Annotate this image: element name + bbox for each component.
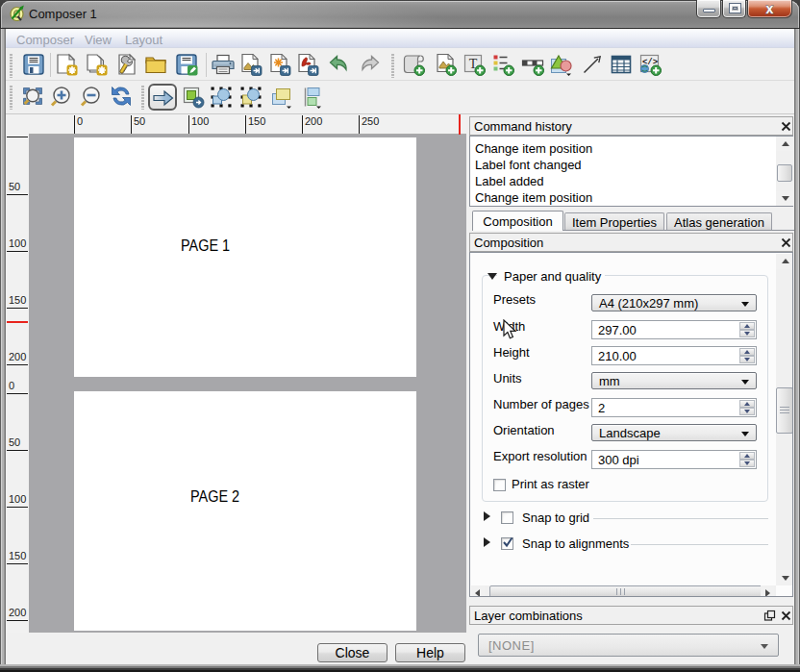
svg-text:x: x: [766, 1, 774, 16]
